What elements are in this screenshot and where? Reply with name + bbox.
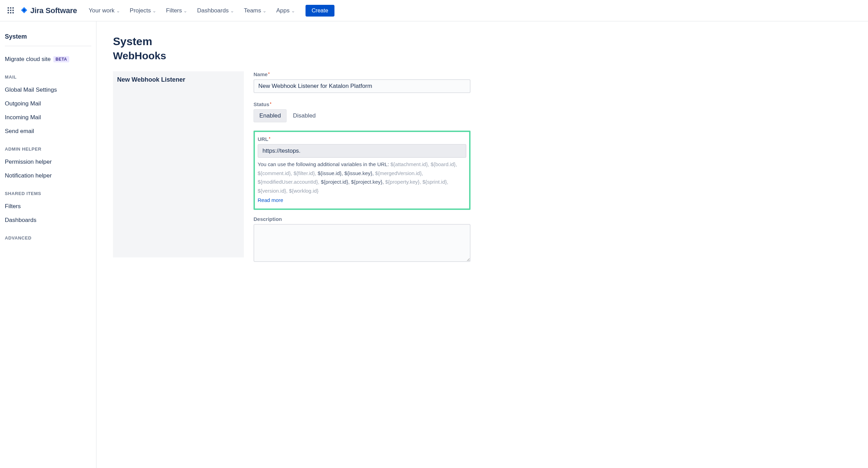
sidebar-item-label: Filters	[5, 203, 21, 210]
nav-dashboards[interactable]: Dashboards	[194, 5, 238, 16]
sidebar-item-label: Outgoing Mail	[5, 100, 41, 107]
nav-filters[interactable]: Filters	[163, 5, 191, 16]
status-enabled-button[interactable]: Enabled	[254, 109, 287, 122]
url-label-text: URL	[258, 136, 268, 142]
nav-label: Your work	[89, 7, 115, 14]
description-textarea[interactable]	[254, 224, 471, 262]
sidebar-item-label: Dashboards	[5, 217, 37, 224]
jira-logo[interactable]: Jira Software	[20, 6, 77, 15]
field-description: Description	[254, 216, 471, 263]
nav-label: Dashboards	[197, 7, 229, 14]
jira-logo-icon	[20, 7, 28, 15]
sidebar-global-mail-settings[interactable]: Global Mail Settings	[5, 83, 91, 97]
nav-label: Teams	[244, 7, 261, 14]
nav-your-work[interactable]: Your work	[85, 5, 124, 16]
top-nav: Jira Software Your work Projects Filters…	[0, 0, 868, 21]
url-var-group: ${project.id}, ${project.key},	[321, 179, 384, 185]
url-var-group: ${issue.id}, ${issue.key},	[318, 170, 374, 176]
chevron-down-icon	[183, 9, 187, 13]
status-toggle-group: Enabled Disabled	[254, 109, 471, 122]
name-label-text: Name	[254, 71, 268, 77]
sidebar-dashboards[interactable]: Dashboards	[5, 213, 91, 227]
app-switcher-icon[interactable]	[6, 5, 17, 16]
sidebar-item-label: Incoming Mail	[5, 114, 41, 121]
nav-label: Filters	[166, 7, 182, 14]
sidebar-notification-helper[interactable]: Notification helper	[5, 169, 91, 183]
beta-badge: BETA	[53, 56, 69, 62]
url-hint-prefix: You can use the following additional var…	[258, 161, 389, 167]
sidebar-item-label: Permission helper	[5, 159, 52, 165]
webhook-form: Name* Status* Enabled Disabled	[254, 71, 471, 271]
nav-projects[interactable]: Projects	[126, 5, 160, 16]
sidebar-group-advanced: Advanced	[5, 235, 91, 241]
chevron-down-icon	[230, 9, 234, 13]
chevron-down-icon	[152, 9, 156, 13]
sidebar-group-shared-items: Shared Items	[5, 191, 91, 196]
url-input[interactable]	[258, 144, 466, 158]
url-highlight-box: URL* You can use the following additiona…	[254, 131, 471, 210]
page-subtitle: WebHooks	[113, 50, 860, 62]
sidebar-group-mail: Mail	[5, 74, 91, 80]
nav-apps[interactable]: Apps	[273, 5, 299, 16]
sidebar-incoming-mail[interactable]: Incoming Mail	[5, 111, 91, 124]
sidebar-filters[interactable]: Filters	[5, 200, 91, 213]
status-disabled-button[interactable]: Disabled	[287, 109, 321, 122]
nav-label: Projects	[130, 7, 151, 14]
description-label: Description	[254, 216, 282, 222]
status-label-text: Status	[254, 101, 269, 107]
sidebar-item-label: Notification helper	[5, 172, 52, 179]
status-label: Status*	[254, 101, 271, 107]
primary-nav: Your work Projects Filters Dashboards Te…	[85, 5, 334, 17]
sidebar: System Migrate cloud site BETA Mail Glob…	[0, 21, 96, 468]
sidebar-outgoing-mail[interactable]: Outgoing Mail	[5, 97, 91, 111]
sidebar-migrate-cloud-site[interactable]: Migrate cloud site BETA	[5, 52, 91, 66]
chevron-down-icon	[291, 9, 295, 13]
main-content: System WebHooks New Webhook Listener Nam…	[96, 21, 868, 468]
nav-teams[interactable]: Teams	[240, 5, 270, 16]
sidebar-item-label: Migrate cloud site	[5, 56, 51, 63]
name-label: Name*	[254, 71, 270, 77]
required-asterisk: *	[270, 102, 271, 106]
sidebar-title: System	[5, 30, 91, 46]
url-hint-text: You can use the following additional var…	[258, 160, 466, 195]
field-status: Status* Enabled Disabled	[254, 101, 471, 122]
url-label: URL*	[258, 136, 270, 142]
sidebar-item-label: Global Mail Settings	[5, 87, 57, 93]
required-asterisk: *	[269, 137, 270, 141]
chevron-down-icon	[116, 9, 120, 13]
required-asterisk: *	[268, 72, 270, 76]
sidebar-send-email[interactable]: Send email	[5, 124, 91, 138]
sidebar-item-label: Send email	[5, 128, 34, 135]
webhook-list-title: New Webhook Listener	[117, 76, 240, 83]
create-button[interactable]: Create	[306, 5, 334, 17]
sidebar-permission-helper[interactable]: Permission helper	[5, 155, 91, 169]
page-title: System	[113, 35, 860, 48]
field-url: URL*	[258, 136, 466, 158]
sidebar-group-admin-helper: Admin Helper	[5, 146, 91, 152]
read-more-link[interactable]: Read more	[258, 197, 283, 203]
name-input[interactable]	[254, 79, 471, 93]
jira-logo-text: Jira Software	[30, 6, 77, 15]
webhook-list-panel: New Webhook Listener	[113, 71, 244, 257]
nav-label: Apps	[276, 7, 290, 14]
chevron-down-icon	[262, 9, 267, 13]
field-name: Name*	[254, 71, 471, 93]
